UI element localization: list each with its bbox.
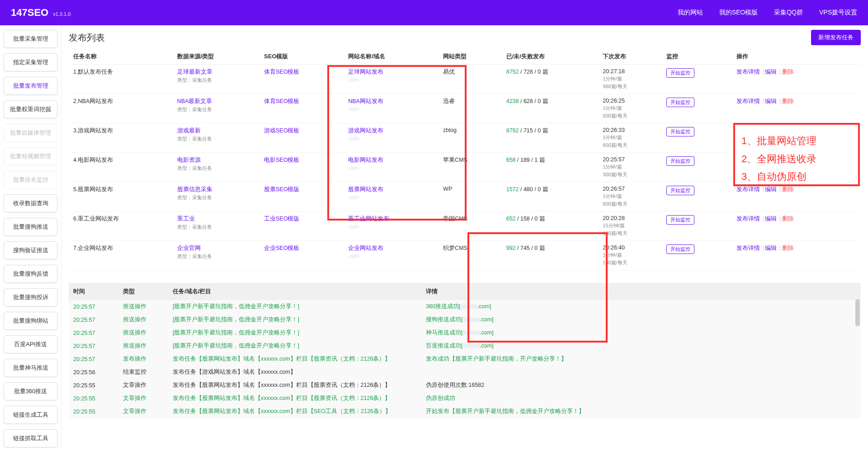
table-header: 操作 xyxy=(732,49,861,65)
site-name[interactable]: 企业网站发布 xyxy=(348,245,383,251)
seo-template[interactable]: 电影SEO模板 xyxy=(264,157,299,163)
operations: 发布详情|编辑|删除 xyxy=(732,241,861,270)
monitor-button[interactable]: 开始监控 xyxy=(666,127,694,136)
sidebar-item[interactable]: 批量发布管理 xyxy=(4,77,57,95)
site-name[interactable]: NBA网站发布 xyxy=(348,98,383,104)
log-type: 推送操作 xyxy=(118,339,168,352)
log-row: 20:25:56结束监控发布任务【游戏网站发布】域名【xxxxxx.com】 xyxy=(69,366,861,379)
data-source[interactable]: 股票信息采集 xyxy=(177,186,212,193)
monitor-button[interactable]: 开始监控 xyxy=(666,98,694,107)
main-content: 发布列表 新增发布任务 任务名称数据来源/类型SEO模版网站名称/域名网站类型已… xyxy=(61,25,868,451)
op-delete[interactable]: 删除 xyxy=(782,98,794,104)
data-source[interactable]: 企业官网 xyxy=(177,245,201,251)
op-edit[interactable]: 编辑 xyxy=(765,69,777,75)
op-detail[interactable]: 发布详情 xyxy=(736,98,760,104)
op-delete[interactable]: 删除 xyxy=(782,186,794,193)
header-nav-item[interactable]: VPS拨号设置 xyxy=(819,9,857,17)
table-row: 7.企业网站发布企业官网类型：采集任务企业SEO模板企业网站发布.com织梦CM… xyxy=(69,241,861,270)
monitor-button[interactable]: 开始监控 xyxy=(666,68,694,78)
log-time: 20:25:57 xyxy=(69,313,118,326)
site-domain: .com xyxy=(348,77,434,82)
header-nav-item[interactable]: 我的网站 xyxy=(678,9,703,17)
sidebar-item[interactable]: 指定采集管理 xyxy=(4,53,57,71)
sidebar-item[interactable]: 链接生成工具 xyxy=(4,406,57,424)
sidebar-item[interactable]: 批量搜狗推送 xyxy=(4,218,57,236)
log-scrollbar[interactable] xyxy=(855,299,860,326)
op-delete[interactable]: 删除 xyxy=(782,69,794,75)
sidebar-item[interactable]: 批量权重词挖掘 xyxy=(4,100,57,118)
header-nav-item[interactable]: 采集QQ群 xyxy=(774,9,803,17)
add-task-button[interactable]: 新增发布任务 xyxy=(811,30,861,45)
table-row: 1.默认发布任务足球最新文章类型：采集任务体育SEO模板足球网站发布.com易优… xyxy=(69,65,861,94)
op-edit[interactable]: 编辑 xyxy=(765,245,777,251)
op-edit[interactable]: 编辑 xyxy=(765,186,777,193)
log-detail: 百度推送成功[xxxxxx.com] xyxy=(421,339,861,352)
task-name: 2.NBA网站发布 xyxy=(69,94,173,123)
data-source[interactable]: 重工业 xyxy=(177,216,195,222)
log-type: 推送操作 xyxy=(118,313,168,326)
sidebar-item[interactable]: 批量搜狗投诉 xyxy=(4,288,57,306)
sidebar-item[interactable]: 批量搜狗绑站 xyxy=(4,312,57,330)
sidebar-item[interactable]: 搜狗验证推送 xyxy=(4,241,57,259)
log-detail xyxy=(421,366,861,379)
site-name[interactable]: 电影网站发布 xyxy=(348,157,383,163)
op-edit[interactable]: 编辑 xyxy=(765,98,777,104)
seo-template[interactable]: 游戏SEO模板 xyxy=(264,127,299,134)
sidebar-item[interactable]: 批量神马推送 xyxy=(4,359,57,377)
header-nav: 我的网站我的SEO模版采集QQ群VPS拨号设置 xyxy=(678,9,857,17)
site-domain: .com xyxy=(348,194,434,200)
log-detail: 伪原创成功 xyxy=(421,392,861,405)
site-type: 易优 xyxy=(439,65,502,94)
seo-template[interactable]: 体育SEO模板 xyxy=(264,69,299,75)
site-name[interactable]: 游戏网站发布 xyxy=(348,127,383,134)
sidebar-item[interactable]: 批量搜狗反馈 xyxy=(4,265,57,283)
op-edit[interactable]: 编辑 xyxy=(765,216,777,222)
header-nav-item[interactable]: 我的SEO模版 xyxy=(719,9,758,17)
monitor-button[interactable]: 开始监控 xyxy=(666,186,694,195)
sidebar-item: 批量自媒体管理 xyxy=(4,124,57,142)
log-type: 推送操作 xyxy=(118,300,168,313)
data-source[interactable]: 游戏最新 xyxy=(177,127,201,134)
monitor-button[interactable]: 开始监控 xyxy=(666,244,694,254)
monitor-button[interactable]: 开始监控 xyxy=(666,156,694,166)
data-source[interactable]: 足球最新文章 xyxy=(177,69,212,75)
callout-line: 3、自动伪原创 xyxy=(741,168,852,186)
table-header: 网站类型 xyxy=(439,49,502,65)
monitor-button[interactable]: 开始监控 xyxy=(666,215,694,225)
source-type: 类型：采集任务 xyxy=(177,165,255,172)
sidebar-item[interactable]: 批量采集管理 xyxy=(4,30,57,48)
callout-line: 1、批量网站管理 xyxy=(741,132,852,150)
operations: 发布详情|编辑|删除 xyxy=(732,65,861,94)
table-row: 5.股票网站发布股票信息采集类型：采集任务股票SEO模版股票网站发布.comWP… xyxy=(69,182,861,211)
op-detail[interactable]: 发布详情 xyxy=(736,245,760,251)
brand: 147SEO xyxy=(11,7,48,19)
log-task: 发布任务【游戏网站发布】域名【xxxxxx.com】 xyxy=(168,366,421,379)
op-detail[interactable]: 发布详情 xyxy=(736,69,760,75)
sidebar-item[interactable]: 批量360推送 xyxy=(4,382,57,400)
site-name[interactable]: 股票网站发布 xyxy=(348,186,383,193)
op-delete[interactable]: 删除 xyxy=(782,245,794,251)
site-name[interactable]: 足球网站发布 xyxy=(348,69,383,75)
op-delete[interactable]: 删除 xyxy=(782,216,794,222)
data-source[interactable]: NBA最新文章 xyxy=(177,98,212,104)
data-source[interactable]: 电影资源 xyxy=(177,157,201,163)
sidebar-item[interactable]: 链接抓取工具 xyxy=(4,429,57,447)
log-type: 文章操作 xyxy=(118,379,168,392)
site-name[interactable]: 重工业网站发布 xyxy=(348,216,389,222)
sidebar-item: 批量排名监控 xyxy=(4,171,57,189)
seo-template[interactable]: 体育SEO模板 xyxy=(264,98,299,104)
source-type: 类型：采集任务 xyxy=(177,106,255,113)
seo-template[interactable]: 企业SEO模板 xyxy=(264,245,299,251)
sidebar-item[interactable]: 百度API推送 xyxy=(4,335,57,353)
op-detail[interactable]: 发布详情 xyxy=(736,186,760,193)
task-name: 4.电影网站发布 xyxy=(69,153,173,182)
log-task: 发布任务【股票网站发布】域名【xxxxxx.com】栏目【股票资讯（文档：212… xyxy=(168,392,421,405)
log-type: 结束监控 xyxy=(118,366,168,379)
sidebar-item[interactable]: 收录数据查询 xyxy=(4,194,57,212)
op-detail[interactable]: 发布详情 xyxy=(736,216,760,222)
seo-template[interactable]: 股票SEO模版 xyxy=(264,186,299,193)
source-type: 类型：采集任务 xyxy=(177,253,255,260)
seo-template[interactable]: 工业SEO模版 xyxy=(264,216,299,222)
site-type: 帝国CMS xyxy=(439,211,502,241)
table-header: 下次发布 xyxy=(598,49,662,65)
